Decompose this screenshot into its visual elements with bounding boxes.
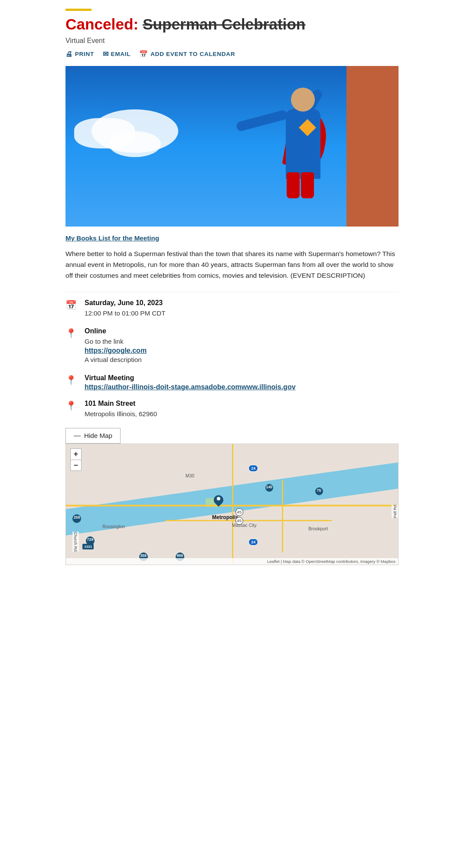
superman-statue [242, 75, 355, 222]
hide-map-label: Hide Map [84, 432, 112, 439]
map-route-45-bottom: 45 [235, 517, 243, 525]
date-title: Saturday, June 10, 2023 [85, 299, 166, 307]
map-route-45-top: 45 [235, 508, 243, 516]
address-icon: 📍 [65, 401, 78, 411]
map-zoom-out-button[interactable]: − [70, 460, 82, 471]
email-icon: ✉ [103, 50, 109, 58]
map-label-brookport: Brookport [308, 526, 328, 531]
map-highway-145: 145 [265, 484, 273, 492]
virtual-meeting-section: 📍 Virtual Meeting https://author-illinoi… [65, 374, 399, 391]
location-virtual-desc: A virtual description [85, 355, 147, 365]
calendar-label: ADD EVENT TO CALENDAR [150, 51, 235, 57]
superman-boot-left [301, 172, 314, 198]
superman-boot-right [287, 172, 300, 198]
page-title: Canceled: Superman Celebration [65, 15, 399, 33]
books-link[interactable]: My Books List for the Meeting [65, 234, 159, 242]
map-road-v1 [232, 444, 233, 565]
map-road-v2 [282, 480, 283, 552]
address-title: 101 Main Street [85, 400, 157, 408]
address-section: 📍 101 Main Street Metropolis Illinois, 6… [65, 400, 399, 419]
print-button[interactable]: 🖨 PRINT [65, 50, 94, 58]
minus-icon: — [74, 432, 81, 440]
event-description: Where better to hold a Superman festival… [65, 249, 399, 281]
date-time: 12:00 PM to 01:00 PM CDT [85, 308, 166, 319]
map-label-metropolis: Metropolis [212, 514, 239, 520]
cloud-3 [109, 131, 161, 157]
event-type: Virtual Event [65, 37, 399, 45]
map-controls: + − [70, 448, 82, 471]
virtual-meeting-icon: 📍 [65, 375, 78, 385]
canceled-prefix: Canceled: [65, 16, 138, 33]
location-icon: 📍 [65, 328, 78, 339]
email-button[interactable]: ✉ EMAIL [103, 50, 131, 58]
map-container: Metropolis Massac City Rossington Brookp… [65, 444, 399, 565]
map-highway-75: 75 [315, 487, 323, 495]
map-road-h2 [166, 520, 332, 521]
location-section: 📍 Online Go to the link https://google.c… [65, 327, 399, 365]
virtual-meeting-link[interactable]: https://author-illinois-doit-stage.amsad… [85, 383, 296, 391]
event-title-strikethrough: Superman Celebration [143, 16, 305, 33]
accent-bar [65, 9, 91, 11]
location-title: Online [85, 327, 147, 335]
superman-body [286, 109, 320, 179]
print-label: PRINT [75, 51, 94, 57]
map-highway-24-bottom: 24 [248, 539, 258, 546]
calendar-icon: 📅 [139, 50, 148, 58]
map-label-m30: M30 [186, 473, 194, 478]
map-highway-1321: 1321 [82, 544, 94, 549]
location-content: Online Go to the link https://google.com… [85, 327, 147, 365]
print-icon: 🖨 [65, 50, 73, 58]
virtual-meeting-content: Virtual Meeting https://author-illinois-… [85, 374, 296, 391]
map-zoom-in-button[interactable]: + [70, 448, 82, 460]
virtual-meeting-title: Virtual Meeting [85, 374, 296, 382]
map-attribution: Leaflet | Map data © OpenStreetMap contr… [66, 558, 398, 565]
address-content: 101 Main Street Metropolis Illinois, 629… [85, 400, 157, 419]
location-detail: Go to the link [85, 336, 147, 347]
map-road-church-rd: Church Rd [72, 532, 79, 552]
hide-map-button[interactable]: — Hide Map [65, 428, 121, 444]
date-content: Saturday, June 10, 2023 12:00 PM to 01:0… [85, 299, 166, 319]
map-label-rossington: Rossington [102, 524, 125, 529]
date-icon: 📅 [65, 300, 78, 310]
superman-arm-right [235, 109, 288, 132]
map-highway-24-top: 24 [248, 465, 258, 472]
map-background: Metropolis Massac City Rossington Brookp… [66, 444, 398, 565]
email-label: EMAIL [111, 51, 131, 57]
add-to-calendar-button[interactable]: 📅 ADD EVENT TO CALENDAR [139, 50, 235, 58]
map-road-pell-rd: Pell Rd [392, 505, 398, 518]
superman-head [291, 88, 315, 112]
address-detail: Metropolis Illinois, 62960 [85, 409, 157, 419]
date-section: 📅 Saturday, June 10, 2023 12:00 PM to 01… [65, 299, 399, 319]
action-bar: 🖨 PRINT ✉ EMAIL 📅 ADD EVENT TO CALENDAR [65, 50, 399, 58]
map-label-massac-city: Massac City [232, 523, 257, 528]
divider-1 [65, 292, 399, 292]
location-link[interactable]: https://google.com [85, 347, 147, 354]
event-image [65, 66, 399, 227]
